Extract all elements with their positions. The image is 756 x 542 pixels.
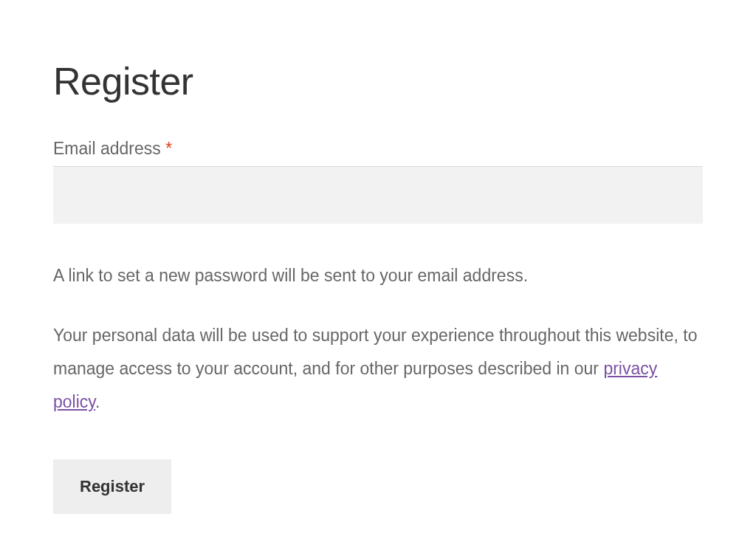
register-button[interactable]: Register xyxy=(53,459,171,514)
email-label: Email address * xyxy=(53,139,703,159)
privacy-suffix: . xyxy=(95,392,100,411)
page-title: Register xyxy=(53,59,703,103)
required-indicator: * xyxy=(165,139,172,158)
privacy-prefix: Your personal data will be used to suppo… xyxy=(53,326,697,378)
email-form-group: Email address * xyxy=(53,139,703,224)
email-field[interactable] xyxy=(53,166,703,224)
email-label-text: Email address xyxy=(53,139,161,158)
privacy-text: Your personal data will be used to suppo… xyxy=(53,319,703,419)
password-info-text: A link to set a new password will be sen… xyxy=(53,259,703,292)
